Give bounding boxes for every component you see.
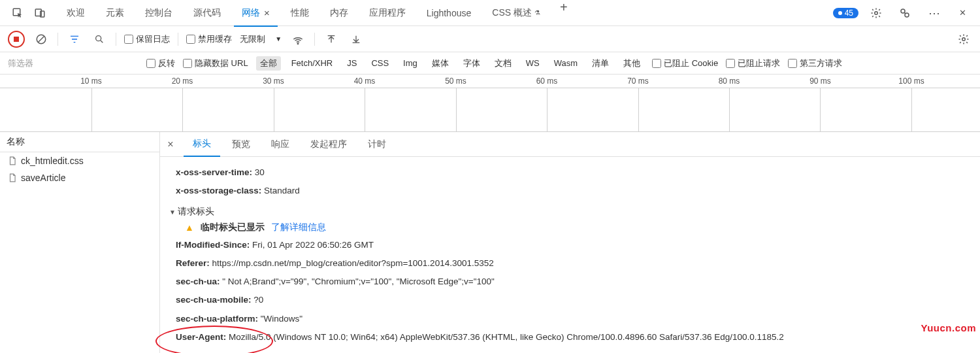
request-row[interactable]: saveArticle: [0, 169, 159, 186]
invert-checkbox[interactable]: 反转: [146, 58, 175, 69]
upload-har-icon[interactable]: [323, 31, 340, 48]
detail-tab-initiator[interactable]: 发起程序: [301, 132, 356, 157]
checkbox-input[interactable]: [726, 59, 735, 68]
checkbox-input[interactable]: [146, 59, 155, 68]
header-key: sec-ch-ua-platform:: [176, 314, 258, 324]
checkbox-label: 已阻止 Cookie: [664, 58, 718, 69]
experiments-icon[interactable]: [896, 5, 913, 22]
filter-input[interactable]: 筛选器: [8, 58, 139, 69]
third-party-checkbox[interactable]: 第三方请求: [788, 58, 842, 69]
learn-more-link[interactable]: 了解详细信息: [271, 222, 326, 233]
svg-point-8: [96, 35, 101, 41]
flask-icon: ⚗: [534, 9, 540, 16]
header-key: sec-ch-ua:: [176, 277, 220, 286]
svg-point-9: [297, 43, 299, 44]
tab-console[interactable]: 控制台: [135, 0, 183, 26]
filter-type-img[interactable]: Img: [399, 57, 421, 69]
tab-css-overview[interactable]: CSS 概述⚗: [482, 0, 551, 26]
timeline-tick: 20 ms: [172, 76, 193, 86]
tab-label: CSS 概述: [492, 7, 532, 19]
network-timeline[interactable]: 10 ms 20 ms 30 ms 40 ms 50 ms 60 ms 70 m…: [0, 75, 980, 132]
filter-type-other[interactable]: 其他: [619, 56, 644, 71]
error-count-chip[interactable]: 45: [833, 8, 858, 18]
detail-tab-timing[interactable]: 计时: [359, 132, 395, 157]
search-icon[interactable]: [91, 31, 108, 48]
header-value: Standard: [264, 186, 300, 195]
request-row[interactable]: ck_htmledit.css: [0, 152, 159, 169]
headers-body[interactable]: x-oss-server-time: 30 x-oss-storage-clas…: [160, 157, 980, 353]
inspect-icon[interactable]: [9, 5, 26, 22]
header-key: x-oss-server-time:: [176, 167, 252, 177]
filter-type-media[interactable]: 媒体: [428, 56, 453, 71]
clear-button[interactable]: [33, 31, 50, 48]
checkbox-label: 隐藏数据 URL: [195, 58, 248, 69]
tab-lighthouse[interactable]: Lighthouse: [416, 0, 482, 26]
timeline-labels: 10 ms 20 ms 30 ms 40 ms 50 ms 60 ms 70 m…: [0, 75, 980, 88]
filter-type-wasm[interactable]: Wasm: [550, 57, 581, 69]
tab-application[interactable]: 应用程序: [359, 0, 416, 26]
detail-tab-preview[interactable]: 预览: [223, 132, 259, 157]
filter-type-ws[interactable]: WS: [522, 57, 544, 69]
tab-sources[interactable]: 源代码: [183, 0, 231, 26]
header-value: https://mp.csdn.net/mp_blog/creation/edi…: [212, 258, 494, 268]
column-header-name[interactable]: 名称: [0, 132, 159, 152]
checkbox-input[interactable]: [183, 59, 192, 68]
checkbox-input[interactable]: [186, 35, 195, 44]
close-detail-button[interactable]: ×: [164, 138, 177, 151]
device-toggle-icon[interactable]: [31, 5, 48, 22]
checkbox-input[interactable]: [124, 35, 133, 44]
svg-point-10: [962, 37, 966, 41]
network-settings-icon[interactable]: [955, 31, 972, 48]
tab-memory[interactable]: 内存: [319, 0, 359, 26]
tab-elements[interactable]: 元素: [95, 0, 135, 26]
checkbox-label: 禁用缓存: [198, 33, 232, 45]
filter-type-js[interactable]: JS: [343, 57, 361, 69]
filter-type-doc[interactable]: 文档: [491, 56, 515, 71]
detail-tab-label: 计时: [368, 139, 386, 150]
caret-down-icon: ▼: [275, 35, 282, 42]
file-icon: [8, 156, 17, 165]
filter-type-fetchxhr[interactable]: Fetch/XHR: [287, 57, 337, 69]
settings-icon[interactable]: [868, 5, 885, 22]
request-headers-section[interactable]: 请求标头: [169, 206, 971, 218]
filter-type-font[interactable]: 字体: [459, 56, 484, 71]
filter-type-manifest[interactable]: 清单: [588, 56, 613, 71]
download-har-icon[interactable]: [348, 31, 365, 48]
disable-cache-checkbox[interactable]: 禁用缓存: [186, 33, 232, 45]
checkbox-input[interactable]: [652, 59, 661, 68]
header-key: If-Modified-Since:: [176, 240, 250, 250]
timeline-tick: 10 ms: [80, 76, 102, 86]
tab-network[interactable]: 网络×: [231, 0, 280, 26]
network-conditions-icon[interactable]: [289, 31, 306, 48]
header-key: sec-ch-ua-mobile:: [176, 295, 252, 305]
header-value: 30: [255, 167, 265, 177]
blocked-requests-checkbox[interactable]: 已阻止请求: [726, 58, 780, 69]
checkbox-label: 反转: [158, 58, 175, 69]
request-header-row: User-Agent: Mozilla/5.0 (Windows NT 10.0…: [176, 329, 971, 345]
header-value: Mozilla/5.0 (Windows NT 10.0; Win64; x64…: [229, 332, 784, 342]
hide-data-urls-checkbox[interactable]: 隐藏数据 URL: [183, 58, 248, 69]
detail-tab-headers[interactable]: 标头: [184, 132, 220, 157]
checkbox-input[interactable]: [788, 59, 797, 68]
filter-type-all[interactable]: 全部: [256, 56, 281, 71]
tab-welcome[interactable]: 欢迎: [56, 0, 95, 26]
watermark: Yuucn.com: [921, 322, 976, 333]
timeline-tick: 70 ms: [627, 76, 649, 86]
blocked-cookies-checkbox[interactable]: 已阻止 Cookie: [652, 58, 718, 69]
tab-label: 性能: [291, 7, 309, 19]
more-icon[interactable]: ⋯: [925, 5, 942, 22]
close-devtools-icon[interactable]: ✕: [954, 5, 971, 22]
filter-type-css[interactable]: CSS: [367, 57, 393, 69]
request-header-row: Referer: https://mp.csdn.net/mp_blog/cre…: [176, 256, 971, 271]
header-value: " Not A;Brand";v="99", "Chromium";v="100…: [222, 277, 495, 286]
throttle-select[interactable]: 无限制 ▼: [240, 33, 282, 45]
add-tab-button[interactable]: +: [551, 0, 577, 26]
tab-performance[interactable]: 性能: [280, 0, 319, 26]
network-filterbar: 筛选器 反转 隐藏数据 URL 全部 Fetch/XHR JS CSS Img …: [0, 52, 980, 75]
response-header-row: x-oss-server-time: 30: [176, 165, 971, 180]
record-button[interactable]: [8, 31, 25, 48]
preserve-log-checkbox[interactable]: 保留日志: [124, 33, 170, 45]
detail-tab-response[interactable]: 响应: [262, 132, 299, 157]
close-icon[interactable]: ×: [264, 7, 270, 18]
filter-toggle-icon[interactable]: [66, 31, 83, 48]
